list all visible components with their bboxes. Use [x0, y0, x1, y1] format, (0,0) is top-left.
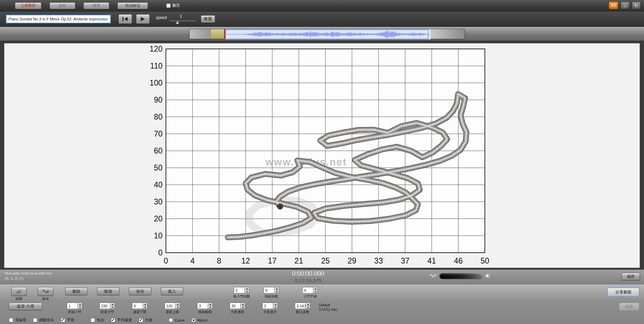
exclude-button[interactable]	[11, 287, 27, 296]
follow-music-box[interactable]	[33, 318, 37, 322]
reset-button[interactable]: 重置	[201, 15, 215, 23]
volume-slider[interactable]	[439, 273, 483, 279]
screenshot-button[interactable]: 截图	[622, 273, 640, 280]
wave-leading-block[interactable]	[190, 29, 211, 39]
smooth-checkbox[interactable]: 平滑	[61, 318, 74, 323]
version-badge[interactable]: V2	[609, 2, 618, 9]
spinner-down-button[interactable]	[175, 306, 180, 309]
current-time: 0:00:00.000	[278, 270, 339, 277]
tempo-min-input[interactable]: 0	[132, 303, 148, 309]
curve-radio[interactable]: Curve	[169, 318, 185, 322]
spinner-value: 3	[197, 303, 208, 309]
spinner-up-button[interactable]	[274, 287, 279, 290]
spinner-down-button[interactable]	[245, 290, 249, 293]
window-param-label: 窗口参数	[296, 310, 309, 314]
spinner-up-button[interactable]	[143, 303, 147, 306]
spinner-down-button[interactable]	[110, 306, 115, 309]
secondary-screenshot-button[interactable]: 截图	[619, 303, 639, 311]
tempo-max-input[interactable]: 120	[165, 303, 180, 309]
beat-points-checkbox[interactable]: 拍点	[91, 318, 104, 323]
spinner-up-button[interactable]	[208, 303, 212, 306]
window-param-input[interactable]: 3.147	[295, 303, 310, 309]
dynamics-scale-input[interactable]: 2	[262, 303, 278, 309]
load-button[interactable]: 载入	[161, 288, 183, 295]
spinner-up-button[interactable]	[241, 303, 245, 306]
speed-slider[interactable]: 1	[170, 14, 195, 24]
svg-text:20: 20	[154, 214, 163, 223]
spinner-down-button[interactable]	[273, 306, 278, 309]
spinner-up-button[interactable]	[245, 287, 249, 290]
average-tempo-checkbox[interactable]: 平均速度	[111, 318, 132, 323]
spinner-value: 2	[234, 287, 244, 293]
tempo-dynamics-chart[interactable]: 0481217212529333741465001020304050607080…	[142, 44, 502, 267]
upload-music-button[interactable]: 上传音乐	[15, 2, 41, 9]
spinner-down-button[interactable]	[143, 306, 147, 309]
beat-points-box[interactable]	[91, 318, 95, 322]
rewind-icon	[122, 17, 128, 21]
beat-mark-button[interactable]: 拍点标记	[117, 2, 148, 9]
snap-button[interactable]: 吸附	[97, 288, 119, 295]
pickup-beats-input[interactable]: 0	[264, 287, 279, 293]
track-title-input[interactable]	[6, 15, 111, 23]
bar-shift-input[interactable]: 0	[302, 287, 318, 293]
spinner-up-button[interactable]	[110, 303, 115, 306]
smooth-label: 平滑	[67, 318, 74, 323]
default-note-line-2: 3.147(1 bar)	[319, 307, 337, 312]
spinner-up-button[interactable]	[78, 303, 82, 306]
line-width-input[interactable]: 3	[197, 303, 213, 309]
follow-music-label: 跟随音乐	[39, 318, 54, 323]
spinner-up-button[interactable]	[313, 287, 318, 290]
volume-control	[430, 273, 491, 279]
dynamics-box[interactable]	[139, 318, 143, 322]
reload-icon: ↻	[634, 3, 638, 8]
reload-button[interactable]: ↻	[632, 2, 641, 9]
share-screenshot-button[interactable]: 分享截图	[607, 288, 639, 296]
checkbox-option-1[interactable]: 无端塔	[9, 318, 26, 323]
page-turn-checkbox-box[interactable]	[166, 3, 171, 8]
spinner-up-button[interactable]	[273, 303, 278, 306]
waveform-display[interactable]	[225, 29, 431, 39]
average-tempo-box[interactable]	[111, 318, 115, 322]
spinner-down-button[interactable]	[274, 290, 279, 293]
spinner-up-button[interactable]	[306, 303, 310, 306]
svg-text:21: 21	[295, 256, 303, 265]
speaker-icon[interactable]	[485, 273, 491, 278]
follow-music-checkbox[interactable]: 跟随音乐	[33, 318, 54, 323]
dynamics-checkbox[interactable]: 力度	[139, 318, 152, 323]
home-button[interactable]: ⌂	[621, 2, 629, 9]
save-button[interactable]: 保存	[129, 288, 151, 295]
move-tool: 移动	[35, 287, 56, 301]
spinner-down-button[interactable]	[78, 306, 82, 309]
spectrum-button[interactable]: 频谱	[83, 2, 109, 9]
end-bar-input[interactable]: 230	[99, 303, 115, 309]
play-button[interactable]	[136, 14, 150, 24]
start-bar-input[interactable]: 1	[67, 303, 82, 309]
wave-buffer-block[interactable]	[211, 29, 224, 39]
worm-radio[interactable]: Worm	[191, 318, 207, 322]
spinner-up-button[interactable]	[175, 303, 180, 306]
svg-text:40: 40	[154, 180, 163, 189]
tempo-dynamics-mode-button[interactable]: 速度-力度	[9, 303, 42, 310]
move-button[interactable]	[38, 287, 53, 296]
waveform-button[interactable]: 波形	[50, 2, 75, 9]
audio-wave-icon[interactable]	[430, 273, 437, 279]
wave-trailing-block[interactable]	[431, 29, 465, 39]
spinner-down-button[interactable]	[241, 306, 245, 309]
tempo-max-label: 速度上限	[166, 310, 179, 314]
home-icon: ⌂	[624, 3, 626, 8]
spinner-down-button[interactable]	[313, 290, 318, 293]
tempo-max-spinner: 120 速度上限	[163, 303, 182, 314]
beats-per-bar-input[interactable]: 2	[234, 287, 249, 293]
rewind-button[interactable]	[118, 14, 132, 24]
spinner-down-button[interactable]	[306, 306, 310, 309]
spinner-down-button[interactable]	[208, 306, 212, 309]
speed-slider-thumb[interactable]	[176, 21, 179, 24]
dynamics-opacity-input[interactable]: 20	[230, 303, 245, 309]
worm-radio-circle[interactable]	[191, 318, 196, 322]
dynamics-scale-label: 力度放大	[263, 310, 277, 314]
curve-radio-circle[interactable]	[169, 318, 173, 322]
page-turn-checkbox[interactable]: 翻页	[166, 3, 180, 8]
smooth-box[interactable]	[61, 318, 65, 322]
delete-button[interactable]: 删除	[65, 288, 88, 295]
option-1-box[interactable]	[9, 318, 13, 322]
